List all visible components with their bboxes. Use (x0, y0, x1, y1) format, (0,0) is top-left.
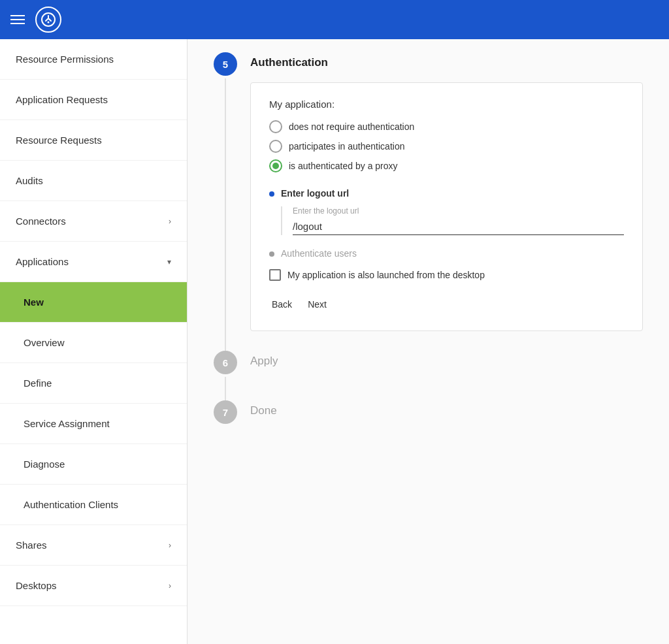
step-5: 5AuthenticationMy application:does not r… (214, 52, 643, 351)
radio-circle-no-auth (269, 120, 282, 133)
logout-url-input-group: Enter the logout url (281, 206, 624, 235)
sidebar-item-label-service-assignment: Service Assignment (24, 418, 110, 429)
sidebar-item-service-assignment[interactable]: Service Assignment (0, 404, 187, 444)
sidebar-item-audits[interactable]: Audits (0, 161, 187, 201)
main-content: 5AuthenticationMy application:does not r… (188, 39, 669, 644)
sidebar-item-label-connectors: Connectors (16, 216, 66, 227)
bullet-dot-0 (269, 191, 274, 197)
step-7: 7Done (214, 400, 643, 450)
chevron-icon-desktops: › (169, 581, 171, 590)
sidebar-item-applications[interactable]: Applications▾ (0, 242, 187, 282)
bullet-item-0: Enter logout url (269, 188, 624, 199)
sidebar-item-resource-permissions[interactable]: Resource Permissions (0, 39, 187, 80)
sidebar-item-resource-requests[interactable]: Resource Requests (0, 120, 187, 161)
chevron-icon-connectors: › (169, 217, 171, 226)
sidebar-item-label-resource-requests: Resource Requests (16, 135, 102, 146)
chevron-icon-applications: ▾ (167, 257, 171, 266)
step-line-5 (225, 78, 226, 351)
step-title-6: Apply (250, 351, 643, 368)
bullet-dot-1 (269, 251, 274, 257)
sidebar-item-label-applications: Applications (16, 256, 69, 267)
chevron-icon-shares: › (169, 541, 171, 550)
radio-item-participates[interactable]: participates in authentication (269, 140, 624, 153)
sidebar-item-label-resource-permissions: Resource Permissions (16, 54, 114, 65)
sidebar-item-desktops[interactable]: Desktops› (0, 566, 187, 606)
step-6: 6Apply (214, 351, 643, 400)
sidebar-item-new[interactable]: New (0, 282, 187, 323)
app-header (0, 0, 669, 39)
app-logo (35, 7, 68, 33)
bullet-section: Enter logout urlEnter the logout urlAuth… (269, 188, 624, 259)
main-layout: Resource PermissionsApplication Requests… (0, 39, 669, 644)
desktop-launch-checkbox[interactable]: My application is also launched from the… (269, 269, 624, 281)
logout-url-placeholder-label: Enter the logout url (293, 206, 624, 216)
step-content-5: AuthenticationMy application:does not re… (250, 52, 643, 351)
sidebar-item-label-new: New (24, 297, 44, 308)
sidebar-item-define[interactable]: Define (0, 363, 187, 404)
radio-group: does not require authenticationparticipa… (269, 120, 624, 172)
wizard-button-group: BackNext (269, 294, 624, 315)
sidebar-item-label-diagnose: Diagnose (24, 459, 65, 470)
sidebar-item-label-shares: Shares (16, 539, 47, 551)
sidebar-item-label-audits: Audits (16, 175, 43, 186)
sidebar-item-label-define: Define (24, 378, 52, 389)
step-indicator-6: 6 (214, 351, 237, 400)
step-indicator-7: 7 (214, 400, 237, 450)
radio-label-no-auth: does not require authentication (289, 121, 414, 132)
authentication-form: My application:does not require authenti… (250, 82, 643, 331)
step-title-5: Authentication (250, 52, 643, 69)
sidebar-item-connectors[interactable]: Connectors› (0, 201, 187, 242)
sidebar-item-label-application-requests: Application Requests (16, 94, 108, 105)
step-line-6 (225, 377, 226, 400)
step-title-7: Done (250, 400, 643, 417)
step-circle-6: 6 (214, 351, 237, 374)
logo-icon (35, 7, 61, 33)
bullet-label-0: Enter logout url (281, 188, 349, 199)
sidebar-item-overview[interactable]: Overview (0, 323, 187, 363)
radio-item-no-auth[interactable]: does not require authentication (269, 120, 624, 133)
checkbox-box (269, 269, 281, 281)
radio-circle-proxy (269, 159, 282, 172)
radio-item-proxy[interactable]: is authenticated by a proxy (269, 159, 624, 172)
svg-point-1 (48, 22, 50, 24)
bullet-label-1: Authenticate users (281, 248, 357, 259)
wizard-container: 5AuthenticationMy application:does not r… (188, 39, 669, 463)
step-circle-7: 7 (214, 400, 237, 424)
next-button[interactable]: Next (305, 294, 329, 315)
step-indicator-5: 5 (214, 52, 237, 351)
checkbox-label: My application is also launched from the… (287, 270, 485, 280)
sidebar-item-label-overview: Overview (24, 337, 65, 348)
step-circle-5: 5 (214, 52, 237, 76)
hamburger-menu-icon[interactable] (10, 15, 25, 24)
sidebar-item-label-authentication-clients: Authentication Clients (24, 499, 118, 510)
back-button[interactable]: Back (269, 294, 295, 315)
sidebar-item-authentication-clients[interactable]: Authentication Clients (0, 485, 187, 525)
radio-circle-participates (269, 140, 282, 153)
step-content-7: Done (250, 400, 643, 450)
radio-label-proxy: is authenticated by a proxy (289, 161, 398, 171)
my-application-label: My application: (269, 99, 624, 110)
sidebar-item-diagnose[interactable]: Diagnose (0, 444, 187, 485)
step-content-6: Apply (250, 351, 643, 400)
sidebar: Resource PermissionsApplication Requests… (0, 39, 188, 644)
logout-url-input[interactable] (293, 218, 624, 235)
radio-label-participates: participates in authentication (289, 141, 404, 152)
sidebar-item-application-requests[interactable]: Application Requests (0, 80, 187, 120)
bullet-item-1: Authenticate users (269, 248, 624, 259)
sidebar-item-label-desktops: Desktops (16, 580, 57, 591)
sidebar-item-shares[interactable]: Shares› (0, 525, 187, 566)
